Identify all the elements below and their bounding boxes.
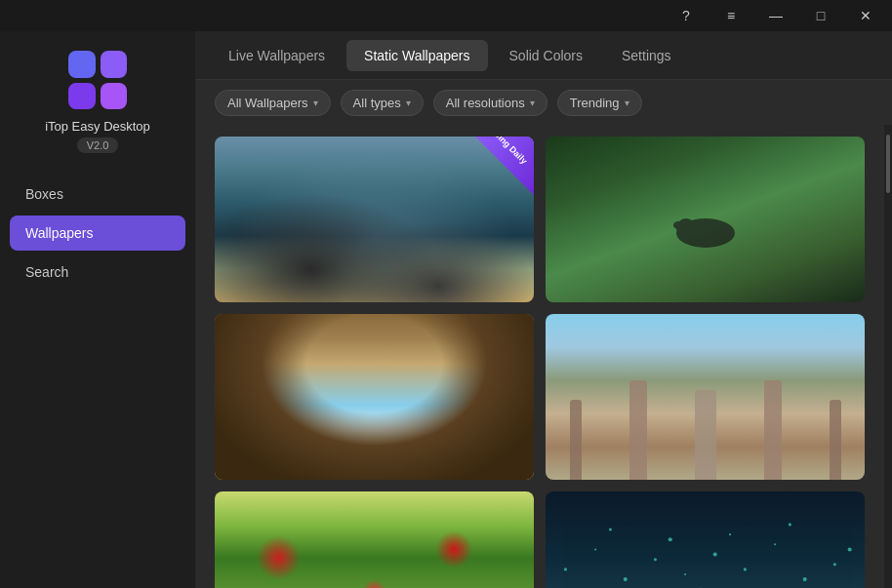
svg-point-7 bbox=[684, 573, 686, 575]
filter-trending[interactable]: Trending ▾ bbox=[557, 90, 642, 116]
logo-sq4 bbox=[101, 83, 128, 110]
tab-settings[interactable]: Settings bbox=[604, 40, 689, 71]
filter-resolutions-label: All resolutions bbox=[446, 96, 525, 110]
minimize-button[interactable]: — bbox=[753, 0, 798, 31]
animal-silhouette bbox=[667, 204, 745, 253]
wallpaper-item[interactable] bbox=[215, 314, 534, 480]
logo-sq1 bbox=[68, 51, 96, 78]
svg-point-16 bbox=[669, 537, 672, 541]
wallpaper-item[interactable] bbox=[546, 314, 865, 480]
wallpaper-item[interactable] bbox=[215, 491, 534, 588]
scrollbar-track[interactable] bbox=[884, 125, 892, 588]
svg-point-22 bbox=[848, 547, 852, 551]
tab-live-wallpapers[interactable]: Live Wallpapers bbox=[211, 40, 343, 71]
particles-svg bbox=[546, 491, 865, 588]
cave-overlay bbox=[215, 314, 534, 480]
scrollbar-thumb[interactable] bbox=[886, 135, 890, 193]
sidebar: iTop Easy Desktop V2.0 Boxes Wallpapers … bbox=[0, 31, 195, 588]
help-button[interactable]: ? bbox=[664, 0, 709, 31]
filter-types[interactable]: All types ▾ bbox=[341, 90, 424, 116]
particles-overlay bbox=[546, 491, 865, 588]
wallpaper-item[interactable] bbox=[546, 137, 865, 302]
filter-wallpapers-label: All Wallpapers bbox=[227, 96, 308, 110]
filter-trending-label: Trending bbox=[570, 96, 620, 110]
close-button[interactable]: ✕ bbox=[843, 0, 888, 31]
svg-point-3 bbox=[564, 568, 567, 570]
svg-point-9 bbox=[744, 568, 747, 570]
svg-point-14 bbox=[609, 528, 612, 530]
app-version: V2.0 bbox=[77, 137, 119, 153]
svg-point-11 bbox=[803, 577, 807, 581]
filter-bar: All Wallpapers ▾ All types ▾ All resolut… bbox=[195, 80, 892, 125]
app-logo bbox=[68, 51, 127, 109]
svg-point-12 bbox=[833, 563, 836, 566]
tab-bar: Live Wallpapers Static Wallpapers Solid … bbox=[195, 31, 892, 80]
chevron-down-icon: ▾ bbox=[406, 98, 411, 108]
svg-point-20 bbox=[789, 523, 791, 526]
sidebar-nav: Boxes Wallpapers Search bbox=[0, 176, 195, 294]
svg-point-4 bbox=[594, 548, 596, 550]
logo-sq2 bbox=[101, 51, 128, 78]
tab-solid-colors[interactable]: Solid Colors bbox=[492, 40, 600, 71]
svg-point-8 bbox=[713, 553, 717, 557]
filter-types-label: All types bbox=[353, 96, 401, 110]
filter-wallpapers[interactable]: All Wallpapers ▾ bbox=[215, 90, 331, 116]
title-bar: ? ≡ — □ ✕ bbox=[0, 0, 892, 31]
svg-point-5 bbox=[624, 577, 628, 581]
filter-resolutions[interactable]: All resolutions ▾ bbox=[433, 90, 547, 116]
svg-point-6 bbox=[654, 558, 657, 561]
logo-sq3 bbox=[68, 83, 96, 110]
poppy-flowers bbox=[215, 491, 534, 588]
app-body: iTop Easy Desktop V2.0 Boxes Wallpapers … bbox=[0, 31, 892, 588]
main-content: Live Wallpapers Static Wallpapers Solid … bbox=[195, 31, 892, 588]
svg-point-18 bbox=[729, 533, 731, 535]
sidebar-item-search[interactable]: Search bbox=[10, 255, 185, 290]
chevron-down-icon: ▾ bbox=[313, 98, 318, 108]
wallpaper-grid: Bing Daily bbox=[195, 125, 884, 588]
svg-point-10 bbox=[774, 543, 776, 545]
app-name: iTop Easy Desktop bbox=[45, 119, 150, 134]
bing-daily-badge: Bing Daily bbox=[475, 137, 534, 195]
wallpaper-item[interactable]: Bing Daily bbox=[215, 137, 534, 302]
sidebar-item-wallpapers[interactable]: Wallpapers bbox=[10, 216, 185, 251]
menu-button[interactable]: ≡ bbox=[709, 0, 753, 31]
wallpaper-item[interactable] bbox=[546, 491, 865, 588]
sidebar-item-boxes[interactable]: Boxes bbox=[10, 176, 185, 212]
maximize-button[interactable]: □ bbox=[798, 0, 843, 31]
temple-columns bbox=[546, 380, 865, 480]
svg-point-2 bbox=[673, 221, 683, 229]
chevron-down-icon: ▾ bbox=[530, 98, 535, 108]
chevron-down-icon: ▾ bbox=[625, 98, 629, 108]
bing-daily-text: Bing Daily bbox=[492, 137, 529, 166]
tab-static-wallpapers[interactable]: Static Wallpapers bbox=[346, 40, 487, 71]
